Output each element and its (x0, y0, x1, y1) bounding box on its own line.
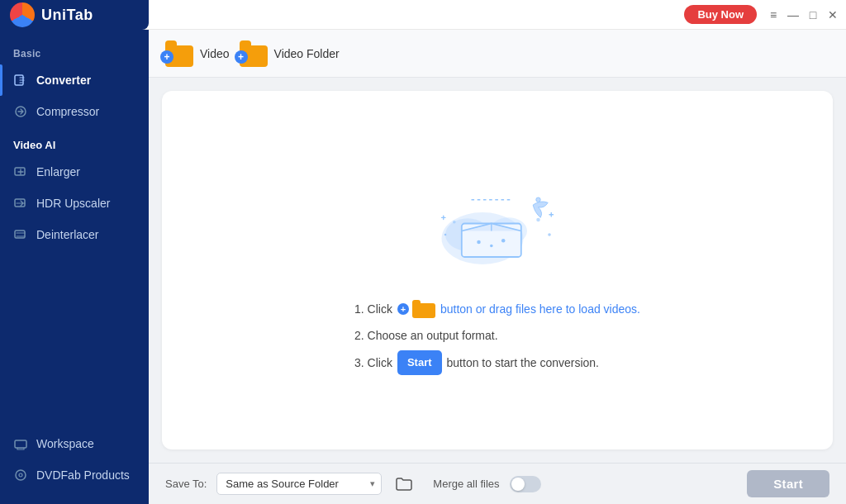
step3-suffix: button to start the conversion. (447, 351, 599, 374)
svg-point-13 (477, 240, 481, 245)
sidebar-item-hdr-upscaler[interactable]: HDR Upscaler (0, 188, 149, 219)
step-1: 1. Click + button or drag files here to … (354, 297, 640, 321)
svg-point-7 (19, 473, 22, 477)
logo-icon (10, 2, 35, 27)
svg-point-15 (501, 239, 506, 243)
sidebar: Basic Converter Compressor Video AI (0, 30, 149, 504)
basic-section-label: Basic (0, 36, 149, 64)
step-3: 3. Click Start button to start the conve… (354, 350, 640, 375)
svg-point-6 (16, 470, 26, 480)
sidebar-bottom: Workspace DVDFab Products (0, 428, 149, 504)
add-folder-icon: + (240, 40, 269, 67)
window-controls: ≡ — □ ✕ (767, 8, 839, 21)
content-area: + Video + Video Folder (149, 30, 846, 504)
svg-point-18 (444, 234, 447, 236)
bottom-bar: Save To: Same as Source Folder Custom Fo… (149, 463, 846, 504)
converter-label: Converter (36, 74, 91, 87)
sidebar-item-compressor[interactable]: Compressor (0, 96, 149, 127)
app-logo: UniTab (0, 0, 149, 30)
step2-text: 2. Choose an output format. (354, 324, 498, 347)
save-to-select-wrapper: Same as Source Folder Custom Folder ▾ (216, 473, 382, 495)
start-button[interactable]: Start (747, 470, 829, 497)
hdr-icon (13, 196, 28, 211)
add-video-label: Video (200, 47, 230, 60)
maximize-icon[interactable]: □ (806, 8, 820, 21)
step1-plus-icon: + (397, 303, 409, 315)
converter-icon (13, 73, 28, 88)
toolbar: + Video + Video Folder (149, 30, 846, 78)
step1-suffix: button or drag files here to load videos… (440, 297, 640, 321)
plus-icon: + (160, 50, 173, 64)
titlebar: UniTab Buy Now ≡ — □ ✕ (0, 0, 846, 30)
sidebar-item-converter[interactable]: Converter (0, 64, 149, 96)
merge-toggle[interactable] (510, 476, 541, 492)
browse-folder-button[interactable] (392, 472, 416, 497)
svg-point-17 (536, 218, 540, 222)
workspace-label: Workspace (36, 437, 94, 450)
close-icon[interactable]: ✕ (826, 8, 839, 21)
dvdfab-label: DVDFab Products (36, 468, 130, 482)
plus-folder-icon: + (235, 50, 248, 64)
svg-point-19 (548, 233, 551, 236)
step3-start-badge: Start (397, 350, 442, 375)
svg-point-21 (536, 197, 540, 202)
save-to-label: Save To: (165, 478, 207, 490)
workspace-icon (13, 436, 28, 451)
step1-prefix: 1. Click (354, 297, 392, 321)
add-video-button[interactable]: + Video (165, 40, 230, 67)
compressor-icon (13, 104, 28, 119)
add-folder-button[interactable]: + Video Folder (240, 40, 340, 67)
main-layout: Basic Converter Compressor Video AI (0, 30, 846, 504)
merge-label: Merge all files (433, 478, 499, 490)
deinterlacer-label: Deinterlacer (36, 228, 98, 241)
instructions: 1. Click + button or drag files here to … (354, 297, 640, 378)
toggle-knob (511, 478, 525, 491)
enlarger-icon (13, 164, 28, 179)
video-ai-section-label: Video AI (0, 127, 149, 156)
add-video-icon: + (165, 40, 195, 67)
drop-illustration (423, 162, 572, 278)
deinterlacer-icon (13, 227, 28, 242)
hdr-upscaler-label: HDR Upscaler (36, 197, 110, 210)
save-to-select[interactable]: Same as Source Folder Custom Folder (216, 473, 382, 495)
app-name: UniTab (41, 7, 93, 24)
buy-now-button[interactable]: Buy Now (684, 5, 757, 24)
step1-icon-wrapper: + (397, 300, 435, 318)
step-2: 2. Choose an output format. (354, 324, 640, 347)
svg-rect-4 (15, 231, 25, 238)
svg-point-16 (453, 221, 456, 224)
dvdfab-icon (13, 468, 28, 483)
compressor-label: Compressor (36, 105, 99, 118)
sidebar-item-deinterlacer[interactable]: Deinterlacer (0, 219, 149, 250)
step1-folder-icon (412, 300, 435, 318)
drop-zone[interactable]: 1. Click + button or drag files here to … (162, 91, 833, 449)
step3-prefix: 3. Click (354, 351, 392, 374)
add-folder-label: Video Folder (274, 47, 340, 60)
svg-rect-5 (15, 440, 26, 448)
minimize-icon[interactable]: — (787, 8, 800, 21)
menu-icon[interactable]: ≡ (767, 8, 780, 21)
enlarger-label: Enlarger (36, 165, 80, 178)
sidebar-item-workspace[interactable]: Workspace (0, 428, 149, 459)
sidebar-item-dvdfab[interactable]: DVDFab Products (0, 459, 149, 491)
svg-point-14 (490, 245, 493, 248)
sidebar-item-enlarger[interactable]: Enlarger (0, 156, 149, 188)
